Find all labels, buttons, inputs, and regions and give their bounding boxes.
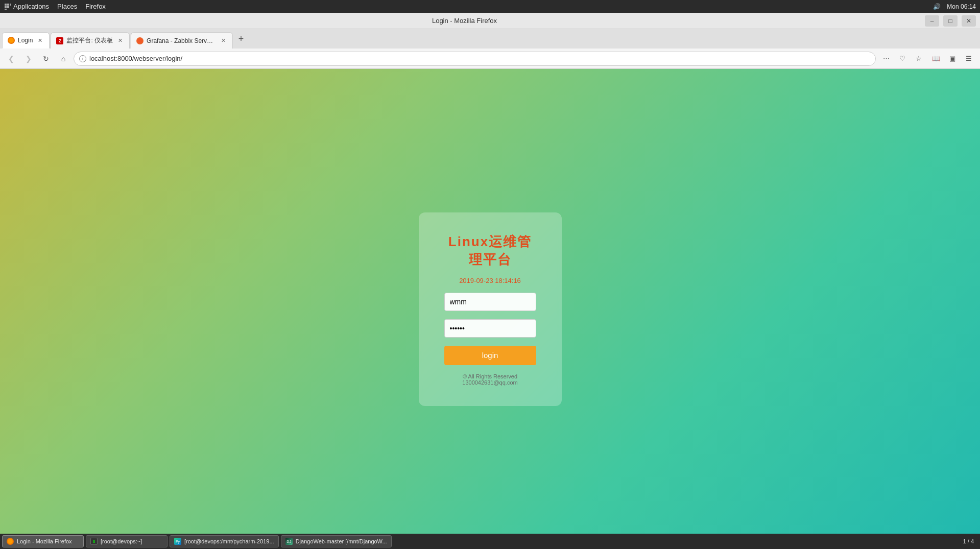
applications-label: Applications [13, 3, 49, 10]
clock: Mon 06:14 [947, 3, 976, 10]
taskbar: Login - Mozilla Firefox $ [root@devops:~… [0, 534, 980, 549]
firefox-label: Firefox [85, 3, 106, 10]
svg-rect-0 [5, 4, 7, 6]
back-button[interactable]: ❮ [4, 52, 18, 66]
password-input[interactable] [444, 319, 536, 338]
tab-grafana-close[interactable]: ✕ [219, 37, 227, 45]
tab-zabbix-favicon: Z [56, 37, 63, 44]
tab-zabbix-label: 监控平台: 仪表板 [66, 36, 113, 45]
taskbar-item-terminal[interactable]: $ [root@devops:~] [86, 535, 168, 547]
tab-zabbix[interactable]: Z 监控平台: 仪表板 ✕ [51, 32, 130, 49]
taskbar-django-label: DjangoWeb-master [/mnt/DjangoW... [296, 538, 387, 544]
username-input[interactable] [444, 293, 536, 311]
tab-grafana[interactable]: Grafana - Zabbix Server ... ✕ [131, 32, 233, 49]
places-label: Places [57, 3, 77, 10]
taskbar-firefox-icon [7, 538, 14, 545]
browser-right-icons: 📖 ▣ ☰ [929, 52, 976, 66]
svg-rect-4 [7, 6, 9, 8]
page-background: Linux运维管理平台 2019-09-23 18:14:16 login © … [0, 69, 980, 549]
taskbar-pycharm-icon: Py [174, 538, 181, 545]
tab-login-close[interactable]: ✕ [36, 36, 44, 44]
maximize-button[interactable]: □ [943, 15, 958, 27]
taskbar-terminal-label: [root@devops:~] [101, 538, 142, 544]
reload-button[interactable]: ↻ [39, 52, 53, 66]
address-bar-container: i [74, 52, 876, 66]
synced-tabs-button[interactable]: 📖 [929, 52, 943, 66]
info-icon: i [79, 55, 86, 62]
tab-grafana-label: Grafana - Zabbix Server ... [147, 37, 216, 44]
taskbar-django-icon: DJ [285, 538, 293, 545]
tab-grafana-favicon [136, 37, 144, 44]
browser-title: Login - Mozilla Firefox [4, 17, 925, 25]
applications-menu[interactable]: Applications [4, 3, 49, 10]
browser-content: Linux运维管理平台 2019-09-23 18:14:16 login © … [0, 69, 980, 549]
tab-zabbix-close[interactable]: ✕ [116, 37, 124, 45]
close-button[interactable]: ✕ [962, 15, 976, 27]
taskbar-item-firefox[interactable]: Login - Mozilla Firefox [2, 535, 84, 547]
browser-title-bar: Login - Mozilla Firefox – □ ✕ [0, 13, 980, 29]
login-card: Linux运维管理平台 2019-09-23 18:14:16 login © … [419, 212, 562, 406]
firefox-menu[interactable]: Firefox [85, 3, 106, 10]
login-datetime: 2019-09-23 18:14:16 [459, 277, 521, 284]
os-topbar: Applications Places Firefox 🔊 Mon 06:14 [0, 0, 980, 13]
svg-rect-2 [10, 4, 11, 6]
places-menu[interactable]: Places [57, 3, 77, 10]
browser-controls: – □ ✕ [925, 15, 976, 27]
svg-rect-5 [5, 9, 7, 10]
new-tab-button[interactable]: + [234, 32, 248, 46]
svg-rect-3 [5, 6, 7, 8]
menu-button[interactable]: ☰ [962, 52, 976, 66]
applications-icon [4, 3, 11, 10]
taskbar-firefox-label: Login - Mozilla Firefox [17, 538, 72, 544]
bookmark-button[interactable]: ☆ [912, 52, 926, 66]
forward-button[interactable]: ❯ [21, 52, 36, 66]
address-bar[interactable] [89, 55, 870, 62]
split-view-button[interactable]: ▣ [945, 52, 960, 66]
login-button[interactable]: login [444, 346, 536, 365]
tab-login-favicon [8, 37, 15, 44]
nav-right-icons: ⋯ ♡ ☆ [879, 52, 926, 66]
taskbar-item-pycharm[interactable]: Py [root@devops:/mnt/pycharm-2019... [170, 535, 279, 547]
tab-login-label: Login [18, 37, 33, 44]
volume-icon: 🔊 [933, 3, 941, 10]
nav-bar: ❮ ❯ ↻ ⌂ i ⋯ ♡ ☆ 📖 ▣ ☰ [0, 49, 980, 69]
taskbar-item-django[interactable]: DJ DjangoWeb-master [/mnt/DjangoW... [281, 535, 392, 547]
minimize-button[interactable]: – [925, 15, 939, 27]
login-title: Linux运维管理平台 [444, 233, 536, 269]
more-options-button[interactable]: ⋯ [879, 52, 893, 66]
taskbar-terminal-icon: $ [90, 538, 98, 545]
tab-bar: Login ✕ Z 监控平台: 仪表板 ✕ Grafana - Zabbix S… [0, 29, 980, 49]
svg-rect-1 [7, 4, 9, 6]
copyright: © All Rights Reserved 1300042631@qq.com [444, 373, 536, 386]
taskbar-page-count: 1 / 4 [963, 538, 978, 544]
pocket-button[interactable]: ♡ [895, 52, 910, 66]
taskbar-pycharm-label: [root@devops:/mnt/pycharm-2019... [184, 538, 274, 544]
tab-login[interactable]: Login ✕ [2, 32, 50, 49]
os-topbar-right: 🔊 Mon 06:14 [933, 3, 976, 10]
browser-window: Login - Mozilla Firefox – □ ✕ Login ✕ Z … [0, 13, 980, 549]
home-button[interactable]: ⌂ [56, 52, 70, 66]
